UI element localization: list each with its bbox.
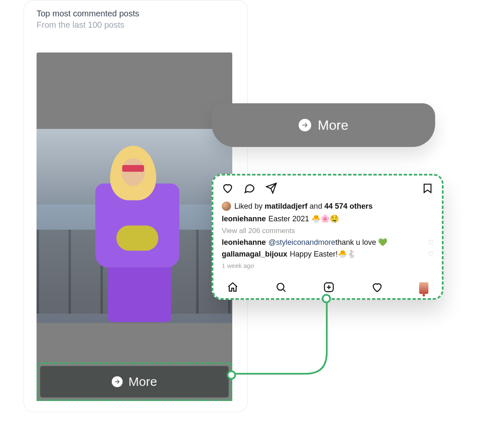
add-post-icon[interactable] <box>323 281 335 295</box>
analytics-title: Top most commented posts <box>37 9 235 18</box>
ig-caption: leoniehanneEaster 2021 🐣🌸🤤 <box>222 214 433 223</box>
arrow-right-circle-icon <box>299 119 311 131</box>
svg-point-0 <box>277 283 284 290</box>
share-icon[interactable] <box>265 182 277 196</box>
heart-icon[interactable] <box>222 182 234 196</box>
more-button-highlight: More <box>37 362 232 401</box>
profile-tab[interactable] <box>419 282 428 294</box>
comment-icon[interactable] <box>244 182 255 196</box>
activity-icon[interactable] <box>371 281 383 295</box>
connector-node <box>322 294 331 303</box>
more-button[interactable]: More <box>40 366 229 398</box>
ig-action-row <box>222 182 433 196</box>
more-pill-button[interactable]: More <box>212 103 435 147</box>
analytics-subtitle: From the last 100 posts <box>37 20 235 30</box>
connector-node <box>227 370 236 380</box>
ig-comment: leoniehanne @styleiconandmore thank u lo… <box>222 238 433 247</box>
view-all-comments[interactable]: View all 206 comments <box>222 227 433 235</box>
post-thumbnail[interactable]: More <box>37 52 232 401</box>
more-button-label: More <box>129 375 157 389</box>
likes-text: Liked by matildadjerf and 44 574 others <box>234 202 373 211</box>
heart-outline-icon[interactable]: ♡ <box>428 239 433 246</box>
home-icon[interactable] <box>227 281 239 295</box>
ig-likes-row[interactable]: Liked by matildadjerf and 44 574 others <box>222 202 433 211</box>
more-pill-label: More <box>318 118 349 133</box>
arrow-right-circle-icon <box>112 376 123 387</box>
instagram-post-card: Liked by matildadjerf and 44 574 others … <box>212 174 444 300</box>
search-icon[interactable] <box>275 281 287 295</box>
ig-comment: gallamagal_bijoux Happy Easter!🐣🐇 ♡ <box>222 249 433 259</box>
post-photo <box>37 129 232 323</box>
ig-timestamp: 1 week ago <box>222 262 433 269</box>
ig-tabbar <box>222 278 433 296</box>
heart-outline-icon[interactable]: ♡ <box>428 250 433 258</box>
avatar <box>222 202 231 211</box>
bookmark-icon[interactable] <box>422 182 433 196</box>
